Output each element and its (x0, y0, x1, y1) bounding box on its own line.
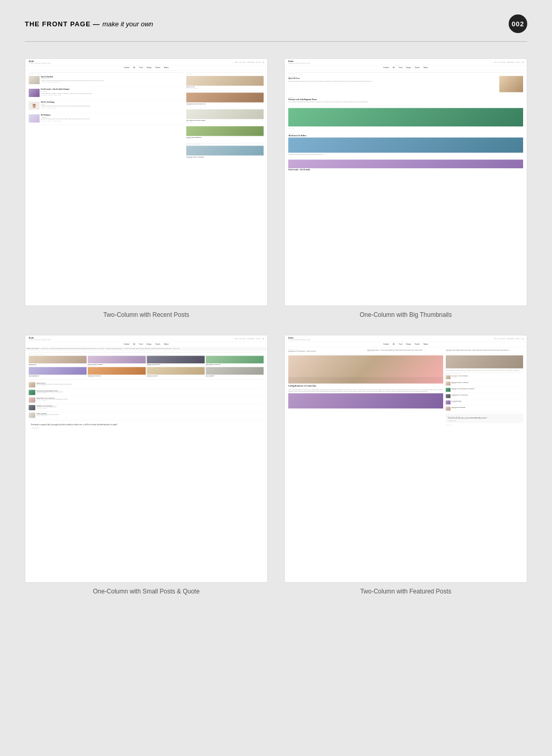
find-us-label: FIND US AT (446, 424, 523, 425)
two-col-featured-layout: Getting Ready for a Creative Day by Elke… (288, 356, 523, 425)
latest-meta-2: July 1, 2014 (186, 105, 264, 106)
mini-nav-4: BLOGTOP STYLESSHORTCODESCONTACT 🔍 (494, 338, 523, 340)
post-excerpt-owl: Donecurus lagistur nela, et elementum cu… (41, 105, 184, 107)
beyond-post: Around the scene at Airmaludio July 22, … (186, 146, 264, 158)
fg-item-1: Spices We Love by Elke Baur · July 9 (29, 356, 87, 366)
featured-big-thumb (288, 356, 443, 384)
big-post-thumb-st (288, 137, 523, 152)
fg-item-3: Shanghai: Life in the Big City by Elke B… (147, 356, 204, 366)
mini-tagline-1: Creative WordPress Magazine Theme (29, 62, 51, 64)
beyond-border-label: BEYOND THE BORDER (186, 143, 264, 145)
fg-meta-2: by Elke Baur · July 22 (88, 365, 145, 366)
fg-item-8: Quote & Notebook by Mıssal · July 2 (206, 367, 264, 377)
fg-thumb-7 (147, 367, 204, 375)
post-item-quote: Quote & Notebook by Mıssal Egerün I rece… (29, 76, 184, 87)
big-post-thumb-bowl (288, 108, 523, 126)
post-meta-quote: July 2, 2015 — comment 0 · Analog, Desig… (41, 82, 184, 83)
big-post-excerpt-st: St. Helliers is a lovely neighbourhood w… (288, 154, 523, 155)
fg-meta-8: by Mıssal · July 2 (206, 376, 264, 377)
preview-card-two-col-recent: Zuki Creative WordPress Magazine Theme B… (25, 58, 268, 318)
big-post-stheliers: by Elke Baur Afternoon at St. Helliers S… (288, 133, 523, 157)
post-excerpt-quote: I recently brought a cute mini book with… (41, 80, 184, 82)
post-author-lavender: by Elke Baur (41, 91, 184, 92)
mini-tagline-3: Creative WordPress Magazine Theme (29, 339, 51, 341)
sp-meta-1: by Elke Baur (451, 377, 523, 378)
preview-card-one-col-small: Zuki Creative WordPress Magazine Theme B… (25, 335, 268, 595)
fg-thumb-4 (206, 356, 264, 363)
big-post-excerpt-spices: Spices are something really special for … (288, 81, 498, 82)
post-title-workspace: My Workspace (41, 115, 184, 117)
fg-thumb-3 (147, 356, 204, 363)
big-post-spices: Published by Elke Spices We Love Spices … (288, 76, 523, 94)
latest-meta-4: October 5, 2014 (186, 138, 264, 139)
beyond-meta: July 22, 2015 (186, 157, 264, 158)
mini-nav-1: BLOGTOP STYLESSHORTCODESCONTACT 🔍 (235, 61, 264, 63)
sp-item-6: Behind Book and Drawings by Elke Baur (446, 407, 523, 412)
big-post-title-spices: Spices We Love (288, 78, 498, 80)
fg-meta-5: by Elke Baur · July 25 (29, 376, 87, 377)
qod-label: QUOTE OF THE DAY (447, 415, 521, 416)
quote-of-day: QUOTE OF THE DAY “Learn the rules like a… (446, 413, 523, 423)
sp-item-4: Getting Ready for a Creative Day by Elke… (446, 394, 523, 399)
lp-thumb-5 (29, 412, 36, 417)
preview-label-4: Two-Column with Featured Posts (360, 588, 451, 595)
fg-thumb-2 (88, 356, 145, 363)
page-title: THE FRONT PAGE — make it your own (25, 19, 153, 28)
fg-item-5: New Zealand Beaches by Elke Baur · July … (29, 367, 87, 377)
preview-frame-two-col-recent: Zuki Creative WordPress Magazine Theme B… (25, 58, 268, 306)
mini-nav-3: BLOGTOP STYLESSHORTCODESCONTACT 🔍 (235, 338, 264, 340)
mini-main-nav-1: CreativeArtFoodDesignTravelsNature (25, 66, 267, 71)
big-post-excerpt-zuki: Zuki is a modern, flexible WordPress Mag… (288, 101, 523, 103)
small-section-digest: DIGEST (29, 379, 264, 381)
list-post-2: Welcome to the Zuki Magazine Theme Zuki … (29, 390, 264, 396)
featured-flower-thumb (288, 393, 443, 408)
fg-item-2: Behind the Scenes @ Elmaludio by Elke Ba… (88, 356, 145, 366)
post-thumb-owl: 🦉 (29, 102, 40, 110)
fg-meta-1: by Elke Baur · July 9 (29, 365, 87, 366)
preview-frame-two-col-featured: Zuki Creative WordPress Magazine Theme B… (284, 335, 527, 583)
fg-meta-6: by Elke · Aug 12 (88, 376, 145, 377)
header-divider (25, 41, 527, 42)
post-thumb-lavender (29, 89, 40, 97)
stories-meta-3: July 5, 2015 (446, 350, 524, 351)
fg-thumb-8 (206, 367, 264, 375)
post-author-quote: by Mıssal Egerün (41, 78, 184, 80)
lp-thumb-2 (29, 390, 36, 395)
sp-thumb-3 (446, 388, 450, 392)
fg-thumb-5 (29, 367, 87, 375)
lp-meta-5: July 2, 2015 — comment 0 (36, 415, 264, 416)
fg-item-6: Shanghai Life in the Big City by Elke · … (88, 367, 145, 377)
section-label-recent-2: RECENT POSTS (288, 72, 523, 75)
sp-meta-5: by Elke Baur (451, 401, 523, 403)
latest-thumb-3 (186, 109, 264, 119)
page-header: THE FRONT PAGE — make it your own 002 (0, 0, 552, 41)
post-meta-lavender: July 20, 2014 — comment 0 · Country, Des… (41, 94, 184, 95)
post-title-owl: My New Owl Stamps (41, 102, 184, 104)
sp-meta-2: by Elke Baur (451, 383, 523, 384)
big-post-meta-bowl: July 9, 2015 (288, 127, 523, 129)
preview-label-2: One-Column with Big Thumbnails (360, 311, 452, 318)
stories-meta-2: August 2, 2015 (367, 350, 445, 351)
big-post-bowl: July 9, 2015 (288, 108, 523, 131)
big-quote-text: "Everybody is a genius. But if you judge… (30, 424, 262, 426)
preview-card-two-col-featured: Zuki Creative WordPress Magazine Theme B… (284, 335, 527, 595)
stories-meta-1: July 4, 2015 (288, 352, 366, 353)
list-posts: Spices We Love Spices are something real… (29, 382, 264, 419)
featured-portrait-thumb (446, 356, 523, 368)
latest-post-3: Old Noodles as my beauty routine... June… (186, 109, 264, 124)
preview-card-one-col-big: Zuki Creative WordPress Magazine Theme B… (284, 58, 527, 318)
post-item-lavender: Fresh Lavender – Like the Smell of Summe… (29, 89, 184, 100)
big-post-zuki: by Elke Baur Welcome to the Zuki Magazin… (288, 97, 523, 106)
fg-meta-4: by Elke Baur · July 20 (206, 365, 264, 366)
sidebar-posts-list: July 9, 2015 · Quote & Notebook by Elke … (446, 375, 523, 412)
post-thumb-book (29, 76, 40, 84)
post-item-owl: 🦉 My New Owl Stamps by Elke Donecurus la… (29, 102, 184, 112)
mini-main-nav-3: CreativeArtFoodDesignTravelsNature (25, 342, 267, 347)
page-number-badge: 002 (509, 14, 527, 33)
qod-text: “Learn the rules like a pro, so you can … (447, 417, 521, 420)
latest-thumb-4 (186, 126, 264, 136)
list-post-3: Getting Ready for a Creative Day When yo… (29, 397, 264, 404)
lp-thumb-4 (29, 405, 36, 410)
big-post-lavender-preview: Fresh Lavender – Like the Small... (288, 159, 523, 170)
sidebar-recent-label: RECENT POSTS (446, 372, 523, 374)
